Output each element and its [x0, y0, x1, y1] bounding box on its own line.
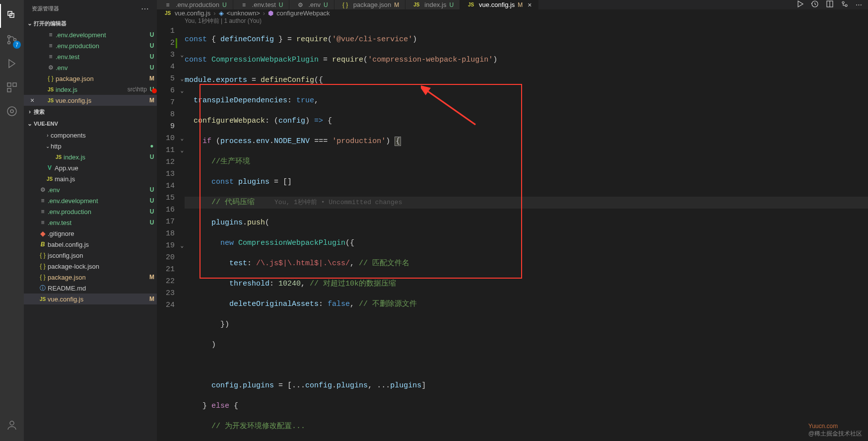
diff-icon[interactable]: [841, 0, 849, 9]
file-item[interactable]: { }package-lock.json: [24, 261, 157, 272]
file-label: .env.development: [48, 197, 147, 205]
sidebar: 资源管理器 ⋯ ⌄ 打开的编辑器 ≡.env.developmentU≡.env…: [24, 0, 157, 441]
file-item[interactable]: Bbabel.config.js: [24, 239, 157, 250]
git-status: U: [147, 31, 157, 38]
gitlens-author-line: You, 1秒钟前 | 1 author (You): [157, 17, 868, 25]
open-editor-item[interactable]: ≡.env.testU: [24, 51, 157, 62]
editor-tab[interactable]: JSindex.jsU: [405, 0, 460, 9]
file-item[interactable]: ⓘREADME.md: [24, 283, 157, 294]
json-icon: { }: [38, 252, 48, 259]
remote-icon[interactable]: [0, 99, 24, 123]
fold-icon[interactable]: ⌄: [180, 85, 184, 97]
svg-rect-7: [7, 88, 11, 92]
open-editor-item[interactable]: JSindex.jssrc\httpU: [24, 84, 157, 95]
file-item[interactable]: JSmain.js: [24, 173, 157, 184]
tab-label: .env.production: [176, 1, 219, 8]
js-icon: JS: [466, 2, 476, 7]
accounts-icon[interactable]: [0, 413, 24, 437]
code-body[interactable]: const { defineConfig } = require('@vue/c…: [185, 25, 868, 441]
env-icon: ≡: [46, 31, 56, 38]
editor-tab[interactable]: ≡.env.testU: [233, 0, 290, 9]
git-status: U: [147, 42, 157, 49]
tabs-bar: ≡.env.productionU≡.env.testU⚙.envU{ }pac…: [157, 0, 868, 9]
open-editor-item[interactable]: ≡.env.productionU: [24, 40, 157, 51]
fold-icon[interactable]: ⌄: [180, 73, 184, 85]
source-control-icon[interactable]: 7: [0, 28, 24, 52]
file-item[interactable]: ≡.env.testU: [24, 217, 157, 228]
file-item[interactable]: VApp.vue: [24, 162, 157, 173]
sidebar-title: 资源管理器 ⋯: [24, 0, 157, 17]
explorer-icon[interactable]: [0, 4, 24, 28]
file-item[interactable]: ≡.env.developmentU: [24, 195, 157, 206]
editor-tab[interactable]: ⚙.envU: [289, 0, 334, 9]
file-item[interactable]: ≡.env.productionU: [24, 206, 157, 217]
fold-icon[interactable]: ⌄: [180, 145, 184, 156]
open-editor-item[interactable]: ⚙.envU: [24, 62, 157, 73]
svg-point-13: [842, 1, 844, 3]
vue-icon: V: [45, 164, 55, 171]
svg-rect-6: [13, 83, 16, 86]
folder-label: http: [51, 143, 147, 150]
git-status: M: [147, 97, 157, 104]
open-editor-item[interactable]: ×JSvue.config.jsM: [24, 95, 157, 106]
svg-point-14: [845, 4, 847, 6]
git-status: M: [518, 1, 523, 8]
run-icon[interactable]: [796, 0, 804, 9]
editor-tab[interactable]: { }package.jsonM: [334, 0, 406, 9]
editor-tab[interactable]: ≡.env.productionU: [157, 0, 233, 9]
file-item[interactable]: ⚙.envU: [24, 184, 157, 195]
file-label: .env.test: [48, 219, 147, 226]
breadcrumb[interactable]: JS vue.config.js › ◈ <unknown> › ⬢ confi…: [157, 9, 868, 17]
fold-icon[interactable]: ⌄: [180, 133, 184, 145]
open-editors-section[interactable]: ⌄ 打开的编辑器: [24, 17, 157, 29]
env-icon: ≡: [38, 197, 48, 204]
workspace-section[interactable]: ⌄ VUE-ENV: [24, 118, 157, 130]
file-item[interactable]: ◆.gitignore: [24, 228, 157, 239]
search-section[interactable]: › 搜索: [24, 106, 157, 118]
file-item[interactable]: JSvue.config.jsM: [24, 294, 157, 304]
chevron-icon: ⌄: [45, 144, 51, 149]
breadcrumb-item[interactable]: configureWebpack: [276, 9, 330, 17]
file-item[interactable]: { }package.jsonM: [24, 272, 157, 283]
fold-icon[interactable]: ⌄: [180, 49, 184, 61]
tab-label: .env.test: [252, 1, 276, 8]
more-icon[interactable]: ⋯: [141, 4, 149, 13]
close-icon[interactable]: ×: [528, 1, 532, 9]
extensions-icon[interactable]: [0, 75, 24, 99]
file-item[interactable]: { }jsconfig.json: [24, 250, 157, 261]
editor-tab[interactable]: JSvue.config.jsM×: [460, 0, 538, 9]
breakpoint-icon[interactable]: [152, 88, 157, 93]
gear-icon: ⚙: [295, 1, 305, 8]
file-item[interactable]: JSindex.jsU: [24, 151, 157, 162]
fold-icon[interactable]: ⌄: [180, 240, 184, 252]
file-label: main.js: [55, 175, 147, 183]
run-debug-icon[interactable]: [0, 52, 24, 75]
method-icon: ⬢: [268, 9, 273, 17]
open-editor-item[interactable]: { }package.jsonM: [24, 73, 157, 84]
open-editor-item[interactable]: ≡.env.developmentU: [24, 29, 157, 40]
js-icon: JS: [54, 154, 64, 160]
git-status: U: [147, 153, 157, 160]
js-icon: JS: [45, 176, 55, 182]
folder-item[interactable]: ›components: [24, 130, 157, 141]
folder-item[interactable]: ⌄http•: [24, 141, 157, 151]
file-label: package.json: [56, 75, 147, 82]
breadcrumb-item[interactable]: <unknown>: [227, 9, 260, 17]
activity-bar: 7: [0, 0, 24, 441]
history-icon[interactable]: [811, 0, 819, 9]
code-editor[interactable]: 1 2 3⌄ 4 5⌄ 6⌄ 7 8 9 10⌄ 11⌄ 12 13 14 15…: [157, 25, 868, 441]
more-actions-icon[interactable]: ⋯: [856, 1, 862, 8]
babel-icon: B: [38, 241, 48, 248]
json-icon: { }: [46, 75, 56, 82]
file-label: .gitignore: [48, 230, 147, 237]
git-status: M: [147, 295, 157, 302]
close-icon[interactable]: ×: [28, 96, 37, 104]
breadcrumb-file[interactable]: vue.config.js: [175, 9, 210, 17]
line-gutter: 1 2 3⌄ 4 5⌄ 6⌄ 7 8 9 10⌄ 11⌄ 12 13 14 15…: [157, 25, 185, 441]
env-icon: ≡: [46, 53, 56, 60]
env-icon: ≡: [163, 1, 173, 8]
split-editor-icon[interactable]: [826, 0, 834, 9]
git-status: M: [147, 274, 157, 281]
tab-label: index.js: [424, 1, 446, 8]
js-icon: JS: [411, 2, 421, 7]
